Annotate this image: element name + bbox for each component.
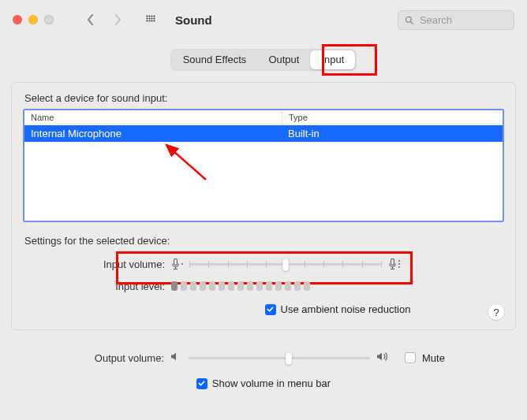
window-title: Sound <box>175 13 212 27</box>
svg-point-10 <box>151 20 152 21</box>
input-level-label: Input level: <box>23 281 165 292</box>
mute-label: Mute <box>422 352 445 364</box>
svg-point-6 <box>151 17 152 19</box>
device-prompt-label: Select a device for sound input: <box>24 92 504 104</box>
ambient-noise-label: Use ambient noise reduction <box>281 303 411 315</box>
svg-point-8 <box>146 20 148 21</box>
svg-point-2 <box>151 15 152 17</box>
svg-point-11 <box>153 20 155 21</box>
close-window-button[interactable] <box>13 15 22 24</box>
show-all-prefs-button[interactable] <box>140 10 161 29</box>
window-controls <box>13 15 54 24</box>
speaker-high-icon <box>376 351 391 364</box>
ambient-noise-checkbox[interactable]: Use ambient noise reduction <box>265 303 411 315</box>
svg-point-4 <box>146 17 148 19</box>
input-volume-label: Input volume: <box>23 258 165 270</box>
minimize-window-button[interactable] <box>28 15 38 24</box>
svg-point-0 <box>146 15 148 17</box>
input-volume-slider[interactable] <box>189 257 382 271</box>
input-panel: Select a device for sound input: Name Ty… <box>11 82 516 330</box>
svg-point-7 <box>153 17 155 19</box>
checkbox-checked-icon <box>196 378 207 389</box>
tabs-segmented-control: Sound Effects Output Input <box>170 49 357 71</box>
output-volume-label: Output volume: <box>22 352 164 364</box>
search-input[interactable] <box>418 13 507 27</box>
show-volume-menubar-checkbox[interactable]: Show volume in menu bar <box>196 377 331 389</box>
menubar-label: Show volume in menu bar <box>212 377 331 389</box>
titlebar: Sound <box>0 0 527 39</box>
input-level-meter <box>171 281 310 291</box>
tab-input[interactable]: Input <box>310 50 355 69</box>
zoom-window-button <box>44 15 54 24</box>
back-button[interactable] <box>80 10 101 29</box>
search-icon <box>405 15 413 25</box>
device-name: Internal Microphone <box>24 125 282 142</box>
svg-point-9 <box>148 20 150 21</box>
svg-rect-18 <box>391 258 394 265</box>
output-volume-slider[interactable] <box>189 351 370 365</box>
checkbox-unchecked-icon <box>405 352 416 363</box>
svg-point-1 <box>148 15 150 17</box>
checkbox-checked-icon <box>265 304 276 315</box>
device-type: Built-in <box>282 125 503 142</box>
column-name: Name <box>24 110 282 125</box>
table-row[interactable]: Internal Microphone Built-in <box>24 125 503 142</box>
column-type: Type <box>282 110 503 125</box>
table-header: Name Type <box>24 110 503 125</box>
tab-output[interactable]: Output <box>257 50 310 69</box>
settings-heading: Settings for the selected device: <box>24 235 503 247</box>
tab-sound-effects[interactable]: Sound Effects <box>172 50 258 69</box>
svg-point-5 <box>148 17 150 19</box>
device-table[interactable]: Name Type Internal Microphone Built-in <box>23 109 504 222</box>
svg-rect-15 <box>174 258 178 265</box>
speaker-low-icon <box>170 351 182 364</box>
mic-high-icon <box>388 258 400 270</box>
forward-button <box>107 10 128 29</box>
search-field[interactable] <box>398 10 514 30</box>
help-button[interactable]: ? <box>488 304 504 320</box>
mic-low-icon <box>171 258 183 270</box>
svg-line-13 <box>410 21 413 24</box>
svg-point-3 <box>153 15 155 17</box>
mute-checkbox[interactable]: Mute <box>405 352 445 364</box>
